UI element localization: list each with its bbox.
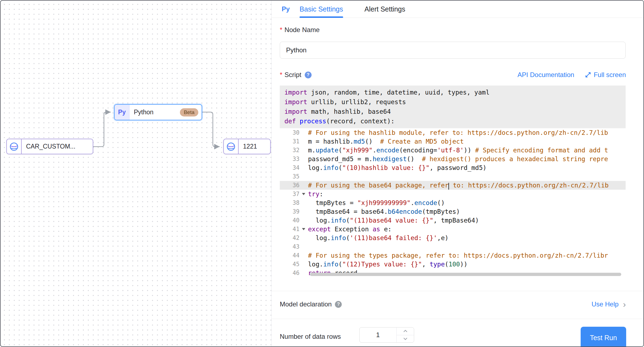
code-text[interactable]: m = hashlib.md5() # Create an MD5 object	[308, 137, 626, 146]
code-row[interactable]: 36# For using the base64 package, refer …	[280, 181, 626, 190]
line-number: 35	[280, 172, 300, 181]
line-gutter: 42	[280, 234, 308, 242]
line-gutter: 44	[280, 251, 308, 260]
line-number: 33	[280, 155, 300, 163]
line-gutter: 40	[280, 216, 308, 225]
section-divider	[272, 291, 643, 291]
pinned-code-line: def process(record, context):	[284, 116, 626, 126]
code-text[interactable]: m.update("xjh999".encode(encoding='utf-8…	[308, 146, 626, 155]
code-row[interactable]: 39 tmpBase64 = base64.b64encode(tmpBytes…	[280, 207, 626, 216]
data-rows-input[interactable]: 1	[359, 327, 414, 343]
tabs-bar: Py Basic Settings Alert Settings	[272, 1, 643, 18]
code-row[interactable]: 35	[280, 172, 626, 181]
line-gutter: 32	[280, 146, 308, 155]
code-row[interactable]: 37try:	[280, 190, 626, 198]
edge-car-to-python	[93, 112, 111, 147]
editor-pinned-header: import json, random, time, datetime, uui…	[280, 86, 626, 128]
code-row[interactable]: 33password_md5 = m.hexdigest() # hexdige…	[280, 155, 626, 163]
flow-edges	[1, 1, 272, 346]
stepper-down-button[interactable]	[397, 335, 414, 343]
tab-label: Alert Settings	[365, 5, 405, 13]
test-run-button[interactable]: Test Run	[581, 327, 626, 347]
tab-alert-settings[interactable]: Alert Settings	[365, 1, 405, 18]
code-row[interactable]: 40 log.info("(11)base64 value: {}", tmpB…	[280, 216, 626, 225]
required-mark: *	[280, 26, 282, 33]
line-number: 32	[280, 146, 300, 155]
code-text[interactable]: log.info('(11)base64 failed: {}',e)	[308, 234, 626, 242]
line-number: 39	[280, 207, 300, 216]
code-text[interactable]: # For using the hashlib module, refer to…	[308, 128, 626, 137]
line-gutter: 35	[280, 172, 308, 181]
line-number: 44	[280, 251, 300, 260]
code-row[interactable]: 34log.info("(10)hashlib value: {}", pass…	[280, 163, 626, 172]
code-row[interactable]: 32m.update("xjh999".encode(encoding='utf…	[280, 146, 626, 155]
full-screen-link[interactable]: Full screen	[585, 71, 626, 79]
expand-icon	[585, 72, 591, 78]
code-row[interactable]: 38 tmpBytes = "xjh999999999".encode()	[280, 198, 626, 207]
node-python[interactable]: Py Python Beta	[114, 104, 202, 120]
code-row[interactable]: 42 log.info('(11)base64 failed: {}',e)	[280, 234, 626, 242]
beta-badge: Beta	[180, 108, 198, 116]
script-info-icon[interactable]: ?	[305, 72, 312, 78]
line-gutter: 31	[280, 137, 308, 146]
node-name-label: *Node Name	[280, 26, 320, 34]
line-number: 38	[280, 198, 300, 207]
code-row[interactable]: 43	[280, 242, 626, 251]
node-name-input[interactable]	[280, 42, 626, 59]
code-text[interactable]	[308, 242, 626, 251]
code-text[interactable]: except Exception as e:	[308, 225, 626, 234]
line-gutter: 38	[280, 198, 308, 207]
code-row[interactable]: 30# For using the hashlib module, refer …	[280, 128, 626, 137]
script-label: *Script	[280, 71, 301, 79]
pinned-code-line: import math, hashlib, base64	[284, 107, 626, 116]
node-label: Python	[129, 109, 158, 116]
dataset-icon	[7, 139, 22, 154]
line-gutter: 43	[280, 242, 308, 251]
node-1221[interactable]: 1221	[223, 139, 271, 154]
editor-horizontal-scrollbar[interactable]	[310, 273, 621, 276]
api-documentation-link[interactable]: API Documentation	[518, 71, 574, 79]
code-row[interactable]: 44# For using the types package, refer t…	[280, 251, 626, 260]
code-row[interactable]: 41except Exception as e:	[280, 225, 626, 234]
model-declaration-label: Model declaration	[280, 300, 332, 308]
node-car-custom[interactable]: CAR_CUSTOM...	[6, 139, 93, 154]
code-text[interactable]: # For using the types package, refer to:…	[308, 251, 626, 260]
script-editor[interactable]: import json, random, time, datetime, uui…	[280, 86, 626, 277]
chevron-right-icon[interactable]: ›	[623, 300, 626, 309]
code-text[interactable]: tmpBase64 = base64.b64encode(tmpBytes)	[308, 207, 626, 216]
app-window: CAR_CUSTOM... Py Python Beta 1221 Py Bas…	[0, 0, 644, 347]
line-gutter: 41	[280, 225, 308, 234]
script-header-row: *Script ? API Documentation Full screen	[280, 70, 626, 80]
line-number: 46	[280, 269, 300, 277]
chevron-up-icon	[403, 330, 408, 332]
line-number: 31	[280, 137, 300, 146]
line-gutter: 34	[280, 163, 308, 172]
data-rows-label: Number of data rows	[280, 333, 341, 340]
flow-canvas[interactable]: CAR_CUSTOM... Py Python Beta 1221	[1, 1, 272, 346]
model-info-icon[interactable]: ?	[335, 301, 342, 308]
code-text[interactable]: tmpBytes = "xjh999999999".encode()	[308, 198, 626, 207]
code-text[interactable]: try:	[308, 190, 626, 198]
line-number: 42	[280, 234, 300, 242]
use-help-link[interactable]: Use Help	[592, 300, 619, 308]
fold-arrow-icon[interactable]	[300, 193, 308, 195]
code-text[interactable]	[308, 172, 626, 181]
stepper-up-button[interactable]	[397, 328, 414, 335]
required-mark: *	[280, 71, 282, 78]
tab-basic-settings[interactable]: Basic Settings	[300, 1, 343, 18]
fold-arrow-icon[interactable]	[300, 228, 308, 230]
line-gutter: 46	[280, 269, 308, 277]
node-label: 1221	[239, 143, 261, 150]
data-rows-value[interactable]: 1	[360, 328, 396, 342]
code-row[interactable]: 31m = hashlib.md5() # Create an MD5 obje…	[280, 137, 626, 146]
line-gutter: 36	[280, 181, 308, 190]
model-links: Use Help ›	[592, 300, 626, 309]
line-number: 41	[280, 225, 300, 234]
code-text[interactable]: log.info("(10)hashlib value: {}", passwo…	[308, 163, 626, 172]
code-row[interactable]: 45log.info("(12)Types value: {}", type(1…	[280, 260, 626, 269]
code-text[interactable]: password_md5 = m.hexdigest() # hexdigest…	[308, 155, 626, 163]
editor-code-area[interactable]: 30# For using the hashlib module, refer …	[280, 128, 626, 277]
code-text[interactable]: log.info("(11)base64 value: {}", tmpBase…	[308, 216, 626, 225]
code-text[interactable]: # For using the base64 package, refer to…	[308, 181, 626, 190]
code-text[interactable]: log.info("(12)Types value: {}", type(100…	[308, 260, 626, 269]
